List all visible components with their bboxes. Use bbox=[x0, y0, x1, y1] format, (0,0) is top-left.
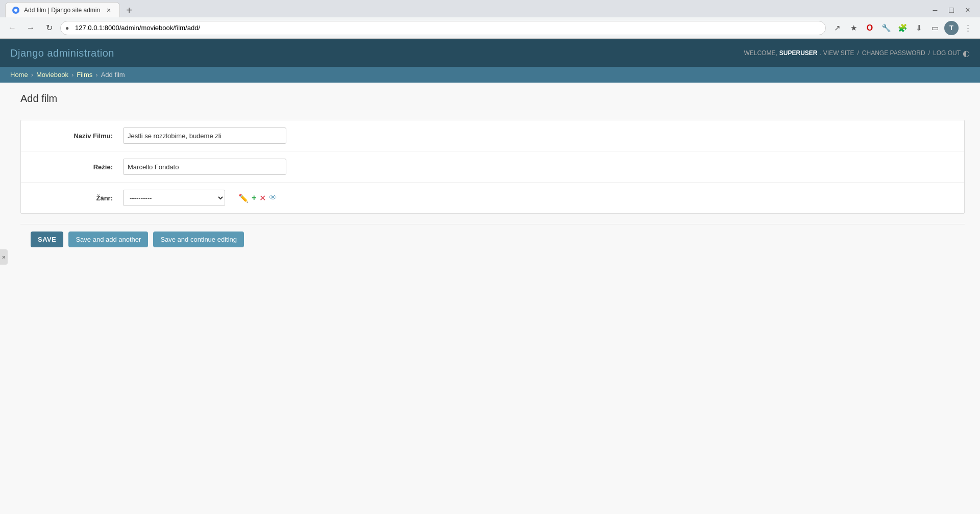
view-site-link[interactable]: VIEW SITE bbox=[823, 49, 854, 57]
tab-favicon bbox=[12, 6, 20, 14]
submit-row: SAVE Save and add another Save and conti… bbox=[20, 224, 965, 254]
breadcrumb-moviebook[interactable]: Moviebook bbox=[36, 71, 68, 79]
save-add-another-button[interactable]: Save and add another bbox=[68, 232, 148, 247]
breadcrumb-current: Add film bbox=[101, 71, 125, 79]
genre-delete-button[interactable]: ✕ bbox=[259, 193, 266, 203]
main-content: Add film Naziv Filmu: Režie: Žánr: -----… bbox=[0, 83, 980, 495]
toolbar-icons: ↗ ★ O 🔧 🧩 ⇓ ▭ T ⋮ bbox=[830, 21, 975, 35]
address-bar: ← → ↻ ● ↗ ★ O 🔧 🧩 ⇓ ▭ T ⋮ bbox=[0, 17, 980, 39]
svg-point-1 bbox=[14, 9, 17, 12]
zanr-select[interactable]: ---------- Action Comedy Drama Horror Sc… bbox=[123, 190, 225, 206]
separator1: › bbox=[31, 71, 33, 79]
theme-toggle-icon[interactable]: ◐ bbox=[963, 48, 970, 58]
sidebar-toggle-button[interactable]: » bbox=[0, 249, 8, 265]
save-continue-editing-button[interactable]: Save and continue editing bbox=[153, 232, 244, 247]
browser-chrome: Add film | Django site admin × + – □ × ←… bbox=[0, 0, 980, 39]
divider2: / bbox=[928, 49, 930, 57]
new-tab-button[interactable]: + bbox=[122, 3, 136, 17]
genre-actions: ✏️ + ✕ 👁 bbox=[238, 193, 277, 203]
admin-title: Django administration bbox=[10, 47, 114, 59]
tab-bar: Add film | Django site admin × + – □ × bbox=[0, 0, 980, 17]
django-admin-app: Django administration WELCOME, SUPERUSER… bbox=[0, 39, 980, 495]
breadcrumb: Home › Moviebook › Films › Add film bbox=[0, 67, 980, 83]
rezie-label: Režie: bbox=[31, 163, 113, 171]
naziv-input[interactable] bbox=[123, 127, 286, 144]
genre-add-button[interactable]: + bbox=[252, 193, 256, 202]
genre-edit-button[interactable]: ✏️ bbox=[238, 193, 249, 203]
forward-button[interactable]: → bbox=[23, 21, 38, 35]
naziv-row: Naziv Filmu: bbox=[21, 120, 964, 151]
naziv-label: Naziv Filmu: bbox=[31, 132, 113, 140]
split-icon[interactable]: ▭ bbox=[928, 21, 942, 35]
menu-icon[interactable]: ⋮ bbox=[961, 21, 975, 35]
user-info: WELCOME, SUPERUSER. VIEW SITE / CHANGE P… bbox=[744, 48, 970, 58]
breadcrumb-films[interactable]: Films bbox=[77, 71, 92, 79]
page-title: Add film bbox=[20, 93, 965, 110]
django-header: Django administration WELCOME, SUPERUSER… bbox=[0, 39, 980, 67]
separator2: › bbox=[71, 71, 74, 79]
address-input[interactable] bbox=[60, 21, 826, 35]
rezie-row: Režie: bbox=[21, 151, 964, 183]
rezie-input[interactable] bbox=[123, 159, 286, 175]
back-button[interactable]: ← bbox=[5, 21, 19, 35]
opera-icon[interactable]: O bbox=[863, 21, 877, 35]
breadcrumb-home[interactable]: Home bbox=[10, 71, 28, 79]
share-icon[interactable]: ↗ bbox=[830, 21, 844, 35]
lock-icon: ● bbox=[65, 24, 69, 32]
tab-title: Add film | Django site admin bbox=[24, 7, 100, 14]
save-button[interactable]: SAVE bbox=[31, 232, 63, 247]
welcome-text: WELCOME, bbox=[744, 49, 777, 57]
change-password-link[interactable]: CHANGE PASSWORD bbox=[862, 49, 925, 57]
log-out-link[interactable]: LOG OUT bbox=[933, 49, 961, 57]
zanr-label: Žánr: bbox=[31, 194, 113, 202]
wrench-icon[interactable]: 🔧 bbox=[879, 21, 893, 35]
bookmark-icon[interactable]: ★ bbox=[846, 21, 861, 35]
window-close-button[interactable]: × bbox=[961, 3, 975, 17]
download-icon[interactable]: ⇓ bbox=[912, 21, 926, 35]
reload-button[interactable]: ↻ bbox=[42, 21, 56, 35]
zanr-row: Žánr: ---------- Action Comedy Drama Hor… bbox=[21, 183, 964, 213]
username: SUPERUSER bbox=[779, 49, 818, 57]
extensions-icon[interactable]: 🧩 bbox=[895, 21, 910, 35]
address-wrap: ● bbox=[60, 21, 826, 35]
form-container: Naziv Filmu: Režie: Žánr: ---------- Act… bbox=[20, 120, 965, 214]
profile-avatar[interactable]: T bbox=[944, 21, 959, 35]
active-tab[interactable]: Add film | Django site admin × bbox=[5, 2, 120, 17]
separator3: › bbox=[95, 71, 97, 79]
divider1: / bbox=[857, 49, 859, 57]
genre-view-button[interactable]: 👁 bbox=[269, 193, 277, 202]
tab-close-button[interactable]: × bbox=[104, 6, 113, 15]
window-minimize-button[interactable]: – bbox=[928, 3, 942, 17]
window-maximize-button[interactable]: □ bbox=[944, 3, 959, 17]
